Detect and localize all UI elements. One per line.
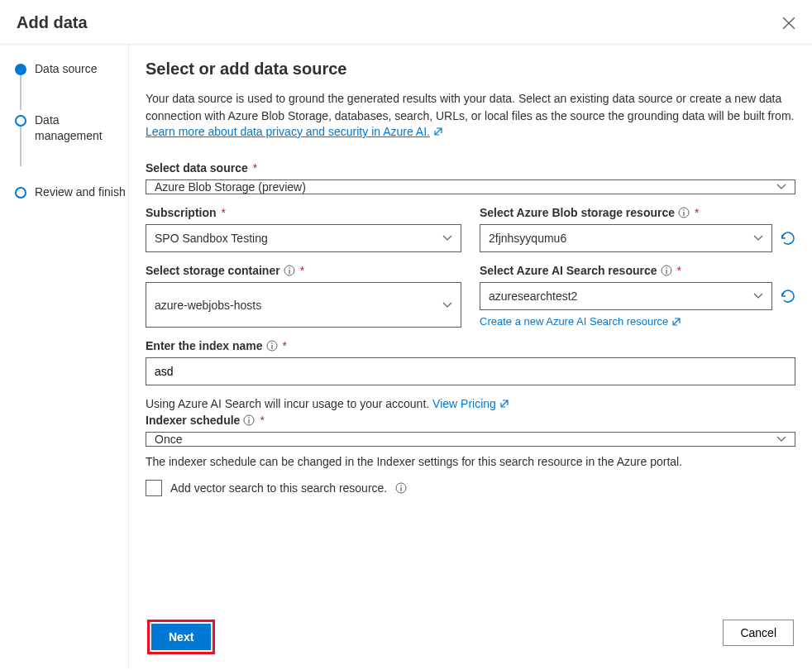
indexer-schedule-select[interactable]: Once <box>146 432 795 447</box>
storage-container-value: azure-webjobs-hosts <box>155 299 261 312</box>
page-description: Your data source is used to ground the g… <box>146 92 794 122</box>
step-connector <box>20 75 21 110</box>
chevron-down-icon <box>776 182 786 192</box>
step-indicator-icon <box>15 187 26 199</box>
dialog-header: Add data <box>0 0 812 45</box>
data-source-select[interactable]: Azure Blob Storage (preview) <box>146 179 795 194</box>
subscription-value: SPO Sandbox Testing <box>155 232 268 245</box>
indexer-schedule-value: Once <box>155 433 182 446</box>
refresh-icon[interactable] <box>781 289 795 304</box>
step-label: Data source <box>35 61 97 78</box>
dialog-title: Add data <box>17 13 88 32</box>
chevron-down-icon <box>753 233 763 243</box>
learn-more-link-text: Learn more about data privacy and securi… <box>146 125 430 138</box>
data-source-value: Azure Blob Storage (preview) <box>155 180 306 194</box>
subscription-label: Subscription* <box>146 206 461 219</box>
index-name-label: Enter the index name * <box>146 339 795 352</box>
blob-resource-label: Select Azure Blob storage resource * <box>480 206 795 219</box>
external-link-icon <box>433 127 443 136</box>
step-indicator-icon <box>15 115 26 127</box>
storage-container-label: Select storage container * <box>146 264 461 277</box>
step-label: Data management <box>35 112 128 145</box>
storage-container-select[interactable]: azure-webjobs-hosts <box>146 282 461 328</box>
wizard-steps-sidebar: Data source Data management Review and f… <box>0 45 128 669</box>
page-title: Select or add data source <box>146 60 795 79</box>
step-connector <box>20 127 21 166</box>
info-icon[interactable] <box>243 414 255 426</box>
step-label: Review and finish <box>35 184 126 201</box>
info-icon[interactable] <box>284 265 295 276</box>
learn-more-link[interactable]: Learn more about data privacy and securi… <box>146 125 443 138</box>
info-icon[interactable] <box>661 265 672 276</box>
info-icon[interactable] <box>266 340 278 352</box>
wizard-step-review-finish[interactable]: Review and finish <box>15 184 128 201</box>
subscription-select[interactable]: SPO Sandbox Testing <box>146 224 461 252</box>
create-search-resource-text: Create a new Azure AI Search resource <box>480 315 668 328</box>
refresh-icon[interactable] <box>781 231 795 246</box>
chevron-down-icon <box>442 300 452 310</box>
pricing-note: Using Azure AI Search will incur usage t… <box>146 397 795 410</box>
wizard-step-data-source[interactable]: Data source <box>15 61 128 78</box>
indexer-schedule-note: The indexer schedule can be changed in t… <box>146 455 795 468</box>
info-icon[interactable] <box>395 482 407 494</box>
blob-resource-select[interactable]: 2fjnhsyyqumu6 <box>480 224 772 252</box>
external-link-icon <box>499 399 509 409</box>
next-button[interactable]: Next <box>151 624 211 650</box>
next-button-highlight: Next <box>147 620 215 654</box>
dialog-footer: Next Cancel <box>146 608 795 669</box>
search-resource-value: azuresearchtest2 <box>489 290 577 303</box>
step-indicator-icon <box>15 64 26 75</box>
chevron-down-icon <box>776 434 786 444</box>
close-icon[interactable] <box>782 17 795 30</box>
view-pricing-link[interactable]: View Pricing <box>432 397 509 410</box>
create-search-resource-link[interactable]: Create a new Azure AI Search resource <box>480 315 795 328</box>
wizard-step-data-management[interactable]: Data management <box>15 112 128 145</box>
vector-search-checkbox[interactable] <box>146 480 162 496</box>
indexer-schedule-label: Indexer schedule * <box>146 414 795 427</box>
search-resource-select[interactable]: azuresearchtest2 <box>480 282 772 310</box>
data-source-label: Select data source* <box>146 161 795 175</box>
vector-search-label: Add vector search to this search resourc… <box>170 481 387 495</box>
blob-resource-value: 2fjnhsyyqumu6 <box>489 232 566 245</box>
chevron-down-icon <box>753 291 763 301</box>
cancel-button[interactable]: Cancel <box>723 620 794 646</box>
view-pricing-text: View Pricing <box>432 397 496 410</box>
external-link-icon <box>671 317 681 327</box>
chevron-down-icon <box>442 233 452 243</box>
info-icon[interactable] <box>678 207 690 218</box>
index-name-input[interactable] <box>146 357 795 385</box>
search-resource-label: Select Azure AI Search resource * <box>480 264 795 277</box>
